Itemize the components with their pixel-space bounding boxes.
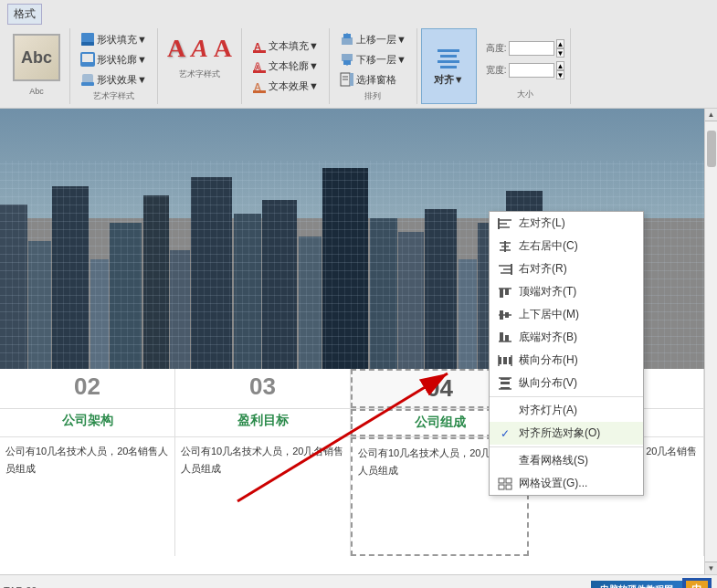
distribute-v-icon xyxy=(497,377,513,390)
num-cell-2: 03 xyxy=(175,369,351,408)
selection-pane-btn[interactable]: 选择窗格 xyxy=(335,70,411,89)
svg-rect-45 xyxy=(505,335,509,341)
text-style-group: A 文本填充▼ A 文本轮廓▼ A 文本效果▼ xyxy=(246,28,330,104)
height-label: 高度: xyxy=(486,42,507,55)
move-up-btn[interactable]: 上移一层▼ xyxy=(335,30,411,48)
title-cell-2: 盈利目标 xyxy=(175,409,351,436)
fill-icon xyxy=(80,32,95,47)
pane-icon xyxy=(340,72,354,87)
text-fill-btn[interactable]: A 文本填充▼ xyxy=(248,37,323,56)
scroll-up-arrow[interactable]: ▲ xyxy=(705,109,718,121)
outline-icon xyxy=(80,52,95,67)
align-bottom-icon xyxy=(497,331,513,344)
svg-rect-57 xyxy=(499,478,504,483)
move-down-btn[interactable]: 下移一层▼ xyxy=(335,50,411,68)
height-down-btn[interactable]: ▼ xyxy=(556,48,565,58)
bottom-logo-area: 电脑软硬件教程网 电 xyxy=(591,578,712,588)
align-top-item[interactable]: 顶端对齐(T) xyxy=(490,280,643,303)
align-top-icon xyxy=(497,286,513,299)
svg-rect-3 xyxy=(81,62,94,66)
svg-text:电: 电 xyxy=(691,583,703,588)
align-center-v-item[interactable]: 上下居中(M) xyxy=(490,303,643,326)
width-label: 宽度: xyxy=(486,64,507,77)
art-letters-preview: A A A xyxy=(163,30,236,67)
size-label: 大小 xyxy=(486,89,565,100)
abc-preview[interactable]: Abc xyxy=(13,34,60,81)
align-dropdown-btn[interactable]: 对齐▼ xyxy=(429,44,469,89)
shape-effect-btn[interactable]: 形状效果▼ xyxy=(76,70,152,89)
grid-settings-icon xyxy=(497,478,513,490)
svg-rect-7 xyxy=(253,50,266,53)
move-up-icon xyxy=(340,32,354,47)
svg-rect-48 xyxy=(503,357,507,364)
align-bottom-item[interactable]: 底端对齐(B) xyxy=(490,326,643,349)
abc-label: Abc xyxy=(9,87,64,96)
scroll-down-arrow[interactable]: ▼ xyxy=(705,562,718,574)
svg-rect-11 xyxy=(253,90,266,93)
svg-rect-21 xyxy=(440,55,457,58)
shape-fill-btn[interactable]: 形状填充▼ xyxy=(76,30,152,48)
grid-settings-item[interactable]: 网格设置(G)... xyxy=(490,472,643,495)
align-center-h-icon xyxy=(497,240,513,253)
svg-rect-44 xyxy=(500,332,503,341)
art-letters-group: A A A 艺术字样式 xyxy=(162,28,242,104)
art-letter-1[interactable]: A xyxy=(167,34,185,63)
width-input[interactable] xyxy=(509,63,554,78)
align-center-h-item[interactable]: 左右居中(C) xyxy=(490,235,643,257)
height-up-btn[interactable]: ▲ xyxy=(556,39,565,48)
text-fill-icon: A xyxy=(252,39,267,54)
separator-2 xyxy=(490,446,643,447)
art-style-label: 艺术字样式 xyxy=(76,90,152,102)
art-letters-label: 艺术字样式 xyxy=(163,68,236,80)
num-cell-1: 02 xyxy=(0,369,175,408)
text-effect-icon: A xyxy=(252,79,267,94)
scroll-thumb[interactable] xyxy=(707,131,716,167)
svg-rect-23 xyxy=(440,66,457,68)
distribute-h-item[interactable]: 横向分布(H) xyxy=(490,349,643,372)
vertical-scrollbar[interactable]: ▲ ▼ xyxy=(704,109,717,574)
align-selected-item[interactable]: ✓ 对齐所选对象(O) xyxy=(490,422,643,445)
logo-box: 电脑软硬件教程网 xyxy=(591,581,682,588)
size-group: 高度: ▲ ▼ 宽度: ▲ ▼ 大小 xyxy=(480,28,572,104)
svg-rect-5 xyxy=(81,82,94,86)
text-outline-btn[interactable]: A 文本轮廓▼ xyxy=(248,58,323,76)
text-outline-icon: A xyxy=(252,59,267,74)
height-input[interactable] xyxy=(509,41,554,56)
art-letter-3[interactable]: A xyxy=(214,34,232,63)
text-effect-btn[interactable]: A 文本效果▼ xyxy=(248,78,323,96)
distribute-h-icon xyxy=(497,354,513,367)
effect-icon xyxy=(80,72,95,87)
logo-icon-box: 电 xyxy=(682,578,712,588)
svg-rect-60 xyxy=(506,485,511,489)
shape-style-group: 形状填充▼ 形状轮廓▼ 形状效果▼ 艺术字样式 xyxy=(74,28,158,104)
svg-rect-14 xyxy=(342,54,353,61)
align-selected-check-icon: ✓ xyxy=(497,427,513,440)
separator-1 xyxy=(490,396,643,397)
title-cell-1: 公司架构 xyxy=(0,409,175,436)
art-letter-2[interactable]: A xyxy=(191,34,208,63)
desc-cell-1: 公司有10几名技术人员，20名销售人员组成 xyxy=(0,437,175,556)
arrange-group: 上移一层▼ 下移一层▼ 选择窗格 排列 xyxy=(333,28,417,104)
shape-outline-btn[interactable]: 形状轮廓▼ xyxy=(76,50,152,68)
svg-rect-12 xyxy=(342,37,353,45)
align-group: 对齐▼ xyxy=(421,28,477,104)
align-right-item[interactable]: 右对齐(R) xyxy=(490,257,643,280)
svg-rect-38 xyxy=(500,289,503,298)
svg-rect-39 xyxy=(505,289,509,295)
align-icon xyxy=(436,46,461,71)
logo-icon: 电 xyxy=(686,581,708,588)
align-left-item[interactable]: 左对齐(L) xyxy=(490,212,643,235)
distribute-v-item[interactable]: 纵向分布(V) xyxy=(490,372,643,394)
svg-rect-58 xyxy=(506,478,511,483)
format-tab[interactable]: 格式 xyxy=(7,4,42,25)
view-grid-item[interactable]: 查看网格线(S) xyxy=(490,449,643,472)
svg-rect-20 xyxy=(438,49,459,52)
width-up-btn[interactable]: ▲ xyxy=(556,61,565,70)
ribbon-tabs: 格式 xyxy=(7,4,710,26)
svg-rect-22 xyxy=(438,60,459,63)
svg-rect-1 xyxy=(81,42,94,46)
align-slide-icon xyxy=(497,404,513,417)
bottom-bar: TAR 20 电脑软硬件教程网 电 xyxy=(0,574,717,588)
align-slide-item[interactable]: 对齐灯片(A) xyxy=(490,399,643,422)
width-down-btn[interactable]: ▼ xyxy=(556,70,565,79)
